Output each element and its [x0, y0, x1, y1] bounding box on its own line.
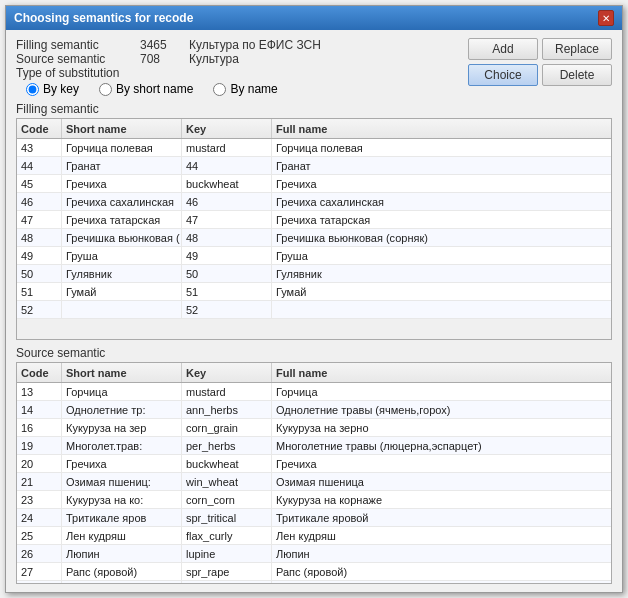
table-cell: Люпин [272, 545, 611, 562]
source-table: Code Short name Key Full name 13Горчицаm… [16, 362, 612, 584]
radio-by-name[interactable]: By name [213, 82, 277, 96]
table-cell: corn_corn [182, 491, 272, 508]
table-row[interactable]: 21Озимая пшениц:win_wheatОзимая пшеница [17, 473, 611, 491]
filling-table: Code Short name Key Full name 43Горчица … [16, 118, 612, 340]
table-cell: Гречиха [272, 455, 611, 472]
table-cell: Гречиха [272, 175, 611, 192]
table-cell: Люпин [62, 545, 182, 562]
table-cell: 19 [17, 437, 62, 454]
table-cell: Гречиха сахалинская [62, 193, 182, 210]
table-cell: Озимая пшеница [272, 473, 611, 490]
table-cell: 16 [17, 419, 62, 436]
top-section: Filling semantic 3465 Культура по ЕФИС З… [16, 38, 612, 96]
table-cell: 48 [17, 229, 62, 246]
table-cell: Гулявник [272, 265, 611, 282]
replace-button[interactable]: Replace [542, 38, 612, 60]
filling-col-key: Key [182, 119, 272, 138]
source-col-code: Code [17, 363, 62, 382]
source-section: Source semantic Code Short name Key Full… [16, 344, 612, 584]
table-row[interactable]: 49Груша49Груша [17, 247, 611, 265]
table-cell: 49 [17, 247, 62, 264]
table-row[interactable]: 27Рапс (яровой)spr_rapeРапс (яровой) [17, 563, 611, 581]
table-cell: Однолетние травы (ячмень,горох) [272, 401, 611, 418]
source-col-short: Short name [62, 363, 182, 382]
source-col-key: Key [182, 363, 272, 382]
table-cell: 50 [17, 265, 62, 282]
table-cell: mustard [182, 383, 272, 400]
table-cell: Рапс (яровой) [62, 563, 182, 580]
radio-by-short-name-input[interactable] [99, 83, 112, 96]
table-row[interactable]: 14Однолетние тр:ann_herbsОднолетние трав… [17, 401, 611, 419]
type-row: Type of substitution [16, 66, 458, 80]
table-row[interactable]: 43Горчица полеваяmustardГорчица полевая [17, 139, 611, 157]
filling-table-body[interactable]: 43Горчица полеваяmustardГорчица полевая4… [17, 139, 611, 339]
filling-label: Filling semantic [16, 38, 136, 52]
btn-row-2: Choice Delete [468, 64, 612, 86]
table-cell: 51 [182, 283, 272, 300]
filling-row: Filling semantic 3465 Культура по ЕФИС З… [16, 38, 458, 52]
table-row[interactable]: 44Гранат44Гранат [17, 157, 611, 175]
table-cell: 52 [17, 301, 62, 318]
table-cell: buckwheat [182, 455, 272, 472]
table-row[interactable]: 50Гулявник50Гулявник [17, 265, 611, 283]
main-window: Choosing semantics for recode ✕ Filling … [5, 5, 623, 593]
source-col-full: Full name [272, 363, 611, 382]
add-button[interactable]: Add [468, 38, 538, 60]
btn-row-1: Add Replace [468, 38, 612, 60]
table-row[interactable]: 46Гречиха сахалинская46Гречиха сахалинск… [17, 193, 611, 211]
table-row[interactable]: 24Тритикале яровspr_triticalТритикале яр… [17, 509, 611, 527]
source-table-body[interactable]: 13ГорчицаmustardГорчица14Однолетние тр:a… [17, 383, 611, 583]
table-cell: Многолет.трав: [62, 437, 182, 454]
table-cell: 49 [182, 247, 272, 264]
table-cell: 46 [182, 193, 272, 210]
table-cell: per_herbs [182, 437, 272, 454]
table-cell: Гранат [272, 157, 611, 174]
table-row[interactable]: 28СоргоsorghumСорго [17, 581, 611, 583]
delete-button[interactable]: Delete [542, 64, 612, 86]
radio-by-key[interactable]: By key [26, 82, 79, 96]
table-cell: 47 [17, 211, 62, 228]
table-cell: Гранат [62, 157, 182, 174]
choice-button[interactable]: Choice [468, 64, 538, 86]
table-cell: Лен кудряш [62, 527, 182, 544]
table-cell: Груша [272, 247, 611, 264]
radio-by-name-input[interactable] [213, 83, 226, 96]
table-row[interactable]: 25Лен кудряшflax_curlyЛен кудряш [17, 527, 611, 545]
source-table-header: Code Short name Key Full name [17, 363, 611, 383]
info-block: Filling semantic 3465 Культура по ЕФИС З… [16, 38, 458, 96]
table-cell: Сорго [62, 581, 182, 583]
radio-by-short-name[interactable]: By short name [99, 82, 193, 96]
source-desc: Культура [189, 52, 458, 66]
table-row[interactable]: 47Гречиха татарская47Гречиха татарская [17, 211, 611, 229]
table-cell: 47 [182, 211, 272, 228]
table-row[interactable]: 5252 [17, 301, 611, 319]
table-cell: 43 [17, 139, 62, 156]
table-cell: Гречишка вьюнковая (сорняк) [272, 229, 611, 246]
table-cell: win_wheat [182, 473, 272, 490]
content-area: Filling semantic 3465 Культура по ЕФИС З… [6, 30, 622, 592]
table-row[interactable]: 26ЛюпинlupineЛюпин [17, 545, 611, 563]
table-cell: spr_tritical [182, 509, 272, 526]
table-row[interactable]: 13ГорчицаmustardГорчица [17, 383, 611, 401]
table-row[interactable]: 45ГречихаbuckwheatГречиха [17, 175, 611, 193]
table-row[interactable]: 16Кукуруза на зерcorn_grainКукуруза на з… [17, 419, 611, 437]
table-row[interactable]: 19Многолет.трав:per_herbsМноголетние тра… [17, 437, 611, 455]
table-row[interactable]: 23Кукуруза на ко:corn_cornКукуруза на ко… [17, 491, 611, 509]
close-button[interactable]: ✕ [598, 10, 614, 26]
table-cell: Гулявник [62, 265, 182, 282]
table-cell: Гречиха татарская [272, 211, 611, 228]
table-row[interactable]: 20ГречихаbuckwheatГречиха [17, 455, 611, 473]
table-row[interactable]: 48Гречишка вьюнковая (48Гречишка вьюнков… [17, 229, 611, 247]
table-cell: 52 [182, 301, 272, 318]
radio-by-key-input[interactable] [26, 83, 39, 96]
button-group: Add Replace Choice Delete [468, 38, 612, 86]
table-cell: mustard [182, 139, 272, 156]
table-cell: 13 [17, 383, 62, 400]
table-cell: 44 [17, 157, 62, 174]
source-section-header: Source semantic [16, 344, 612, 362]
table-cell: 45 [17, 175, 62, 192]
table-cell: Гумай [272, 283, 611, 300]
radio-by-short-name-label: By short name [116, 82, 193, 96]
source-value: 708 [140, 52, 185, 66]
table-row[interactable]: 51Гумай51Гумай [17, 283, 611, 301]
